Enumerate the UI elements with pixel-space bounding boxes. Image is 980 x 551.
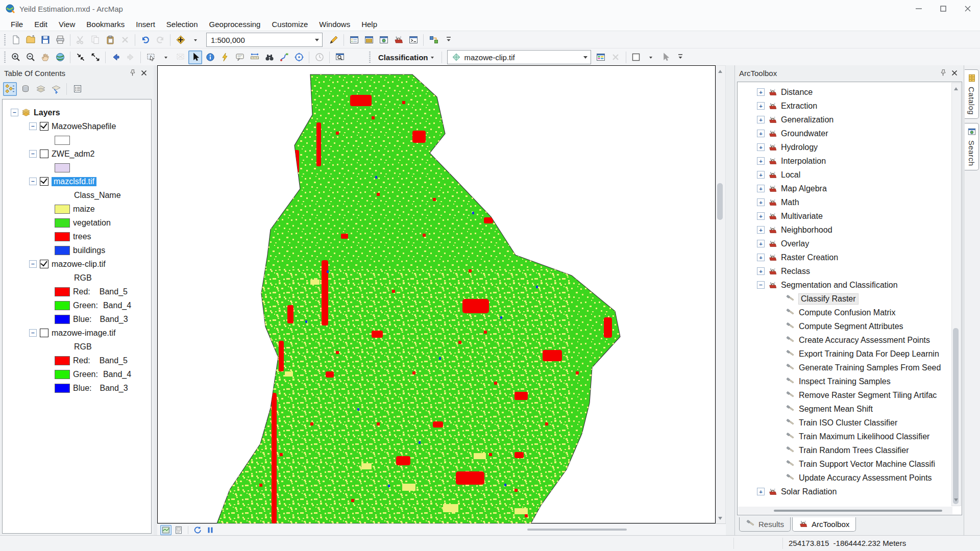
select-elements-button[interactable] bbox=[188, 51, 202, 64]
expand-icon[interactable] bbox=[757, 130, 765, 137]
menu-edit[interactable]: Edit bbox=[29, 19, 53, 30]
menu-insert[interactable]: Insert bbox=[130, 19, 161, 30]
list-by-drawing-order-button[interactable] bbox=[3, 82, 17, 96]
full-extent-button[interactable] bbox=[53, 51, 67, 64]
clear-selection-button[interactable] bbox=[174, 51, 187, 64]
layout-view-button[interactable] bbox=[173, 525, 184, 535]
toolbox-row-extraction[interactable]: Extraction bbox=[738, 99, 962, 113]
map-canvas[interactable] bbox=[157, 65, 716, 523]
hyperlink-button[interactable] bbox=[218, 51, 232, 64]
symbol-swatch[interactable] bbox=[55, 136, 70, 145]
tool-row-export-training-data[interactable]: Export Training Data For Deep Learnin bbox=[738, 347, 962, 361]
toolbox-row-overlay[interactable]: Overlay bbox=[738, 237, 962, 251]
python-window-button[interactable] bbox=[406, 33, 420, 47]
fixed-zoom-out-button[interactable] bbox=[88, 51, 102, 64]
map-horizontal-scrollbar-thumb[interactable] bbox=[527, 529, 627, 531]
layer-label-selected[interactable]: mazclsfd.tif bbox=[52, 177, 96, 186]
minimize-button[interactable] bbox=[906, 0, 931, 17]
scroll-up-icon[interactable] bbox=[718, 68, 722, 73]
menu-bookmarks[interactable]: Bookmarks bbox=[81, 19, 130, 30]
add-data-button[interactable] bbox=[174, 33, 187, 47]
map-vertical-scrollbar-thumb[interactable] bbox=[717, 183, 723, 220]
toc-options-button[interactable] bbox=[70, 82, 84, 96]
expand-icon[interactable] bbox=[757, 171, 765, 179]
collapse-icon[interactable] bbox=[29, 329, 37, 337]
scale-combo[interactable]: 1:500,000 bbox=[206, 33, 323, 47]
layer-row-mazowe-image[interactable]: mazowe-image.tif bbox=[3, 326, 151, 340]
pause-drawing-button[interactable] bbox=[205, 525, 216, 535]
undo-button[interactable] bbox=[138, 33, 152, 47]
toolbar-overflow-button[interactable] bbox=[442, 33, 455, 47]
redo-button[interactable] bbox=[153, 33, 167, 47]
toolbox-row-segmentation-classification[interactable]: Segmentation and Classification bbox=[738, 278, 962, 292]
collapse-icon[interactable] bbox=[11, 109, 18, 116]
tool-row-remove-raster-segment-tiling[interactable]: Remove Raster Segment Tiling Artifac bbox=[738, 388, 962, 402]
expand-icon[interactable] bbox=[757, 116, 765, 123]
list-by-selection-button[interactable] bbox=[49, 82, 63, 96]
expand-icon[interactable] bbox=[757, 185, 765, 192]
tool-row-train-maximum-likelihood[interactable]: Train Maximum Likelihood Classifier bbox=[738, 430, 962, 443]
menu-geoprocessing[interactable]: Geoprocessing bbox=[204, 19, 266, 30]
symbology-button[interactable] bbox=[594, 51, 608, 64]
select-features-button[interactable] bbox=[144, 51, 158, 64]
classification-menu[interactable]: Classification bbox=[374, 53, 438, 62]
expand-icon[interactable] bbox=[757, 198, 765, 206]
modelbuilder-button[interactable] bbox=[427, 33, 440, 47]
toolbar-grip[interactable] bbox=[4, 52, 6, 63]
class-swatch[interactable] bbox=[55, 205, 70, 214]
print-button[interactable] bbox=[53, 33, 67, 47]
measure-button[interactable] bbox=[248, 51, 261, 64]
new-map-button[interactable] bbox=[9, 33, 22, 47]
paste-button[interactable] bbox=[103, 33, 117, 47]
scale-dropdown-button[interactable] bbox=[312, 33, 322, 46]
menu-file[interactable]: File bbox=[5, 19, 29, 30]
layer-visibility-checkbox[interactable] bbox=[40, 260, 48, 268]
tool-row-compute-segment-attributes[interactable]: Compute Segment Attributes bbox=[738, 319, 962, 333]
menu-windows[interactable]: Windows bbox=[313, 19, 356, 30]
legend-class-row[interactable]: buildings bbox=[3, 243, 151, 257]
expand-icon[interactable] bbox=[757, 240, 765, 247]
expand-icon[interactable] bbox=[757, 488, 765, 495]
expand-icon[interactable] bbox=[757, 102, 765, 110]
menu-customize[interactable]: Customize bbox=[266, 19, 313, 30]
toolbox-row-generalization[interactable]: Generalization bbox=[738, 113, 962, 127]
toolbar-grip[interactable] bbox=[4, 34, 6, 45]
layer-visibility-checkbox[interactable] bbox=[40, 329, 48, 337]
close-button[interactable] bbox=[955, 0, 980, 17]
editor-toolbar-button[interactable] bbox=[327, 33, 340, 47]
symbol-row[interactable] bbox=[3, 161, 151, 174]
pan-button[interactable] bbox=[38, 51, 52, 64]
html-popup-button[interactable] bbox=[233, 51, 247, 64]
clear-training-button[interactable] bbox=[609, 51, 623, 64]
scroll-down-icon[interactable] bbox=[954, 498, 958, 504]
tool-row-train-iso-cluster[interactable]: Train ISO Cluster Classifier bbox=[738, 416, 962, 430]
toc-root-row[interactable]: Layers bbox=[3, 106, 151, 119]
toolbox-row-distance[interactable]: Distance bbox=[738, 85, 962, 99]
collapse-icon[interactable] bbox=[29, 150, 37, 158]
draw-shape-dropdown[interactable] bbox=[644, 51, 658, 64]
find-button[interactable] bbox=[262, 51, 276, 64]
next-extent-button[interactable] bbox=[124, 51, 137, 64]
toolbox-row-map-algebra[interactable]: Map Algebra bbox=[738, 182, 962, 195]
scroll-up-icon[interactable] bbox=[954, 85, 958, 90]
legend-class-row[interactable]: vegetation bbox=[3, 216, 151, 230]
create-viewer-window-button[interactable] bbox=[333, 51, 347, 64]
identify-button[interactable] bbox=[203, 51, 217, 64]
search-window-button[interactable] bbox=[377, 33, 390, 47]
toolbox-row-math[interactable]: Math bbox=[738, 195, 962, 209]
layer-visibility-checkbox[interactable] bbox=[40, 177, 48, 186]
tab-catalog[interactable]: Catalog bbox=[965, 69, 979, 119]
previous-extent-button[interactable] bbox=[109, 51, 122, 64]
collapse-icon[interactable] bbox=[757, 281, 765, 289]
toolbox-row-hydrology[interactable]: Hydrology bbox=[738, 140, 962, 154]
toolbox-row-multivariate[interactable]: Multivariate bbox=[738, 209, 962, 223]
panel-splitter[interactable] bbox=[154, 65, 157, 536]
table-of-contents-window-button[interactable] bbox=[347, 33, 361, 47]
legend-class-row[interactable]: maize bbox=[3, 202, 151, 216]
menu-help[interactable]: Help bbox=[356, 19, 383, 30]
layer-row-mazowe-clip[interactable]: mazowe-clip.tif bbox=[3, 257, 151, 271]
expand-icon[interactable] bbox=[757, 212, 765, 220]
add-data-dropdown[interactable] bbox=[188, 33, 202, 47]
expand-icon[interactable] bbox=[757, 143, 765, 151]
collapse-icon[interactable] bbox=[29, 178, 37, 185]
